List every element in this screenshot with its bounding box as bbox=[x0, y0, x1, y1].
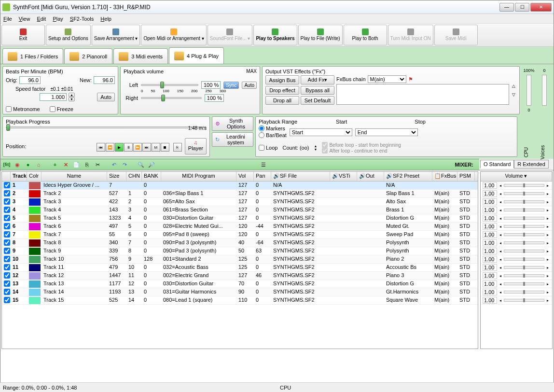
track-row[interactable]: 1 Idecs Hyper Groove / ...7 0 127 0N/A N… bbox=[2, 182, 478, 190]
toolbar-play-to-both[interactable]: Play to Both bbox=[344, 25, 387, 45]
mix-left[interactable]: ◂ bbox=[498, 266, 503, 270]
mix-left[interactable]: ◂ bbox=[498, 192, 503, 196]
mix-right[interactable]: ▸ bbox=[545, 249, 550, 253]
mix-value[interactable]: 1.00 bbox=[483, 190, 497, 197]
mix-right[interactable]: ▸ bbox=[545, 216, 550, 221]
hdr-size[interactable]: Size bbox=[107, 172, 126, 181]
mix-right[interactable]: ▸ bbox=[545, 200, 550, 204]
mix-left[interactable]: ◂ bbox=[498, 208, 503, 212]
track-check[interactable] bbox=[4, 289, 10, 295]
tbt-extra[interactable]: ⎘ bbox=[173, 143, 182, 152]
doc-icon[interactable]: 📄 bbox=[72, 160, 81, 169]
mix-slider[interactable] bbox=[504, 184, 544, 187]
mix-slider[interactable] bbox=[504, 217, 544, 220]
track-check[interactable] bbox=[4, 207, 10, 213]
toolbar-save-arrangement[interactable]: Save Arrangement ▾ bbox=[92, 25, 140, 45]
bpm-new-input[interactable] bbox=[94, 76, 115, 84]
left-pct[interactable] bbox=[201, 81, 221, 89]
mix-left[interactable]: ◂ bbox=[498, 274, 503, 278]
mix-slider[interactable] bbox=[504, 250, 544, 252]
after-loop-checkbox[interactable]: After loop - continue to end bbox=[322, 148, 401, 154]
mixer-row[interactable]: 1.00 ◂ ▸ bbox=[481, 288, 552, 296]
left-slider[interactable] bbox=[141, 84, 198, 86]
toolbar-play-to-file-write-[interactable]: Play to File (Write) bbox=[298, 25, 343, 45]
track-check[interactable] bbox=[4, 231, 10, 238]
mixer-row[interactable]: 1.00 ◂ ▸ bbox=[481, 198, 552, 206]
hdr-vol[interactable]: Vol bbox=[236, 172, 254, 181]
drop-all-button[interactable]: Drop all bbox=[265, 96, 299, 105]
mix-value[interactable]: 1.00 bbox=[483, 264, 497, 271]
hdr-pan[interactable]: Pan bbox=[254, 172, 271, 181]
track-color[interactable] bbox=[29, 198, 41, 206]
track-color[interactable] bbox=[29, 215, 41, 222]
track-check[interactable] bbox=[4, 215, 10, 221]
list-icon[interactable]: ☰ bbox=[259, 160, 268, 169]
mix-slider[interactable] bbox=[504, 291, 544, 294]
track-row[interactable]: 5 Track 51323 40 030=Distortion Guitar12… bbox=[2, 214, 478, 223]
toolbar-exit[interactable]: Exit bbox=[1, 25, 45, 45]
mix-slider[interactable] bbox=[504, 266, 544, 269]
minimize-button[interactable]: — bbox=[499, 3, 514, 12]
track-color[interactable] bbox=[29, 248, 41, 255]
mix-value[interactable]: 1.00 bbox=[483, 215, 497, 222]
mix-slider[interactable] bbox=[504, 200, 544, 203]
freeze-checkbox[interactable]: Freeze bbox=[50, 106, 73, 112]
mix-left[interactable]: ◂ bbox=[498, 282, 503, 286]
menu-edit[interactable]: Edit bbox=[37, 16, 46, 22]
player-button[interactable]: ♫Player bbox=[185, 138, 207, 154]
tbt-m[interactable]: M bbox=[152, 143, 160, 152]
track-row[interactable]: 14 Track 141193 130 031=Guitar Harmonics… bbox=[2, 288, 478, 296]
mix-value[interactable]: 1.00 bbox=[483, 248, 497, 254]
set-default-button[interactable]: Set Default bbox=[301, 96, 334, 105]
range-end-select[interactable]: End bbox=[355, 128, 418, 136]
count-up[interactable]: ▲ bbox=[314, 144, 318, 148]
hdr-preset[interactable]: SF2 Preset bbox=[393, 173, 419, 179]
mix-value[interactable]: 1.00 bbox=[483, 280, 497, 287]
toolbar-play-to-speakers[interactable]: Play to Speakers bbox=[253, 25, 297, 45]
toolbar-turn-midi-input-on[interactable]: Turn Midi Input ON bbox=[388, 25, 433, 45]
mix-right[interactable]: ▸ bbox=[545, 298, 550, 303]
tbt-rewind[interactable]: ⏮ bbox=[97, 143, 105, 152]
circle-icon[interactable]: ● bbox=[24, 160, 32, 169]
track-check[interactable] bbox=[4, 256, 10, 262]
track-row[interactable]: 11 Track 11479 100 032=Acoustic Bass125 … bbox=[2, 264, 478, 272]
mixer-row[interactable]: 1.00 ◂ ▸ bbox=[481, 190, 552, 198]
speed-down[interactable]: ▼ bbox=[69, 97, 75, 101]
mix-value[interactable]: 1.00 bbox=[483, 239, 497, 246]
track-color[interactable] bbox=[29, 231, 41, 238]
right-slider[interactable] bbox=[141, 97, 202, 99]
track-color[interactable] bbox=[29, 190, 41, 197]
mix-slider[interactable] bbox=[504, 233, 544, 236]
hdr-bank[interactable]: BANK bbox=[142, 172, 161, 181]
mix-value[interactable]: 1.00 bbox=[483, 272, 497, 279]
mixer-row[interactable]: 1.00 ◂ ▸ bbox=[481, 206, 552, 214]
track-check[interactable] bbox=[4, 223, 10, 229]
track-color[interactable] bbox=[29, 182, 41, 189]
loop-checkbox[interactable]: Loop bbox=[259, 145, 277, 151]
track-row[interactable]: 6 Track 6497 50 028=Electric Muted Gui..… bbox=[2, 223, 478, 231]
menu-play[interactable]: Play bbox=[53, 16, 63, 22]
tab-1-files-folders[interactable]: 1 Files / Folders bbox=[2, 48, 63, 64]
hdr-psm[interactable]: PSM bbox=[457, 172, 475, 181]
track-color[interactable] bbox=[29, 289, 41, 296]
track-check[interactable] bbox=[4, 248, 10, 254]
redo-icon[interactable]: ↷ bbox=[120, 160, 129, 169]
mix-value[interactable]: 1.00 bbox=[483, 198, 497, 205]
speed-up[interactable]: ▲ bbox=[69, 93, 75, 97]
fx-flag-icon[interactable]: ⚑ bbox=[408, 76, 413, 83]
cut-icon[interactable]: ✂ bbox=[93, 160, 102, 169]
bpm-orig-input[interactable] bbox=[19, 76, 41, 84]
tbt-pause[interactable]: ⏸ bbox=[124, 143, 133, 152]
mix-right[interactable]: ▸ bbox=[545, 192, 550, 196]
mixer-row[interactable]: 1.00 ◂ ▸ bbox=[481, 247, 552, 255]
mix-right[interactable]: ▸ bbox=[545, 224, 550, 229]
metronome-checkbox[interactable]: Metronome bbox=[6, 106, 40, 112]
mix-right[interactable]: ▸ bbox=[545, 233, 550, 237]
progress-slider[interactable] bbox=[6, 126, 207, 128]
track-color[interactable] bbox=[29, 280, 41, 288]
track-row[interactable]: 2 Track 2527 10 036=Slap Bass 1127 0SYNT… bbox=[2, 190, 478, 198]
speed-factor-input[interactable] bbox=[40, 93, 67, 101]
mix-left[interactable]: ◂ bbox=[498, 298, 503, 303]
toolbar-soundfont-file-[interactable]: SoundFont File... ▾ bbox=[208, 25, 253, 45]
count-down[interactable]: ▼ bbox=[314, 148, 318, 151]
